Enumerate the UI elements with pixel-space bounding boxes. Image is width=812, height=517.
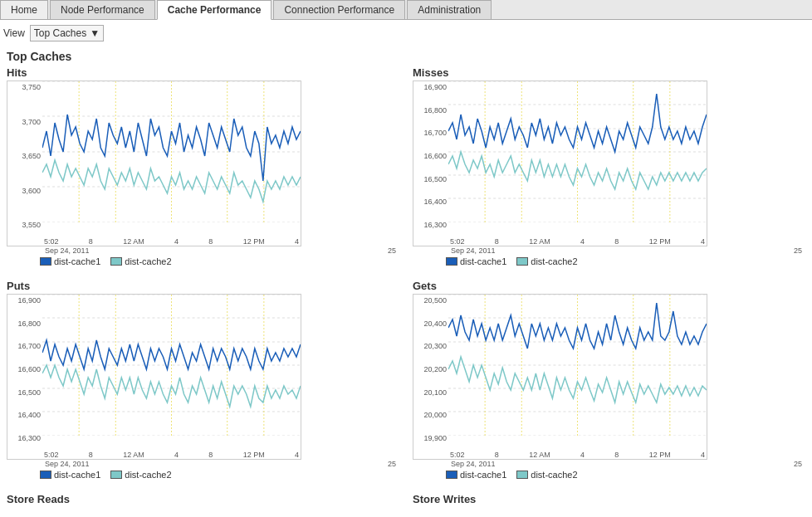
gets-legend-cache1: dist-cache1 [446,470,506,480]
view-select[interactable]: Top Caches ▼ [30,25,104,41]
puts-legend-cache2: dist-cache2 [110,470,171,480]
gets-cache2-label: dist-cache2 [531,470,577,480]
store-writes-title: Store Writes [413,493,805,505]
hits-y-axis: 3,750 3,700 3,650 3,600 3,550 [7,81,42,231]
view-select-label: Top Caches [34,27,86,39]
section-title: Top Caches [7,50,805,63]
store-reads-section: Store Reads [7,493,399,505]
puts-date-labels: Sep 24, 2011 25 [42,460,399,468]
chart-gets: Gets 20,500 20,400 20,300 20,200 20,100 … [413,280,805,480]
chart-misses-title: Misses [413,66,805,79]
tab-bar: Home Node Performance Cache Performance … [0,0,812,20]
misses-legend-cache2: dist-cache2 [516,256,577,266]
puts-svg-area [42,295,301,436]
hits-legend-cache1: dist-cache1 [40,256,100,266]
puts-cache1-label: dist-cache1 [54,470,100,480]
misses-cache1-label: dist-cache1 [460,256,506,266]
hits-x-axis: 5:02 8 12 AM 4 8 12 PM 4 [42,237,301,246]
misses-legend: dist-cache1 dist-cache2 [413,256,805,266]
chevron-down-icon: ▼ [90,27,100,39]
misses-x-axis: 5:02 8 12 AM 4 8 12 PM 4 [448,237,707,246]
chart-puts: Puts 16,900 16,800 16,700 16,600 16,500 … [7,280,399,480]
charts-row-2: Puts 16,900 16,800 16,700 16,600 16,500 … [7,280,805,480]
hits-cache2-label: dist-cache2 [125,256,171,266]
hits-date-labels: Sep 24, 2011 25 [42,246,399,255]
gets-cache2-swatch [516,471,528,479]
chart-gets-box: 20,500 20,400 20,300 20,200 20,100 20,00… [413,294,707,460]
misses-cache2-label: dist-cache2 [531,256,577,266]
hits-cache1-label: dist-cache1 [54,256,100,266]
charts-row-1: Hits 3,750 3,700 3,650 3,600 3,550 [7,66,805,266]
view-label: View [3,27,25,39]
tab-home[interactable]: Home [0,0,48,19]
misses-date-labels: Sep 24, 2011 25 [448,246,805,255]
chart-misses-box: 16,900 16,800 16,700 16,600 16,500 16,40… [413,80,707,246]
bottom-titles-row: Store Reads Store Writes [7,493,805,505]
chart-hits: Hits 3,750 3,700 3,650 3,600 3,550 [7,66,399,266]
tab-cache-performance[interactable]: Cache Performance [157,0,272,20]
gets-y-axis: 20,500 20,400 20,300 20,200 20,100 20,00… [413,295,448,444]
chart-hits-title: Hits [7,66,399,79]
gets-date-labels: Sep 24, 2011 25 [448,460,805,468]
gets-cache1-swatch [446,471,457,479]
misses-cache2-swatch [516,257,528,266]
puts-x-axis: 5:02 8 12 AM 4 8 12 PM 4 [42,451,301,459]
store-writes-section: Store Writes [413,493,805,505]
store-reads-title: Store Reads [7,493,399,505]
puts-cache2-label: dist-cache2 [125,470,171,480]
chart-puts-title: Puts [7,280,399,292]
puts-legend-cache1: dist-cache1 [40,470,100,480]
hits-cache1-swatch [40,257,51,266]
chart-gets-title: Gets [413,280,805,292]
chart-misses: Misses 16,900 16,800 16,700 16,600 16,50… [413,66,805,266]
misses-legend-cache1: dist-cache1 [446,256,506,266]
view-bar: View Top Caches ▼ [0,20,812,46]
misses-y-axis: 16,900 16,800 16,700 16,600 16,500 16,40… [413,81,448,231]
hits-svg-area [42,81,301,222]
tab-administration[interactable]: Administration [407,0,492,19]
puts-legend: dist-cache1 dist-cache2 [7,470,399,480]
puts-cache2-swatch [110,471,122,479]
gets-x-axis: 5:02 8 12 AM 4 8 12 PM 4 [448,451,707,459]
hits-cache2-swatch [110,257,122,266]
tab-connection-performance[interactable]: Connection Performance [273,0,405,19]
tab-node-performance[interactable]: Node Performance [50,0,155,19]
chart-hits-box: 3,750 3,700 3,650 3,600 3,550 [7,80,301,246]
puts-cache1-swatch [40,471,51,479]
hits-legend: dist-cache1 dist-cache2 [7,256,399,266]
gets-cache1-label: dist-cache1 [460,470,506,480]
gets-svg-area [448,295,707,436]
misses-cache1-swatch [446,257,457,266]
gets-legend-cache2: dist-cache2 [516,470,577,480]
puts-y-axis: 16,900 16,800 16,700 16,600 16,500 16,40… [7,295,42,444]
chart-puts-box: 16,900 16,800 16,700 16,600 16,500 16,40… [7,294,301,460]
gets-legend: dist-cache1 dist-cache2 [413,470,805,480]
hits-legend-cache2: dist-cache2 [110,256,171,266]
misses-svg-area [448,81,707,222]
page-content: Top Caches Hits 3,750 3,700 3,650 3,600 … [0,46,812,509]
